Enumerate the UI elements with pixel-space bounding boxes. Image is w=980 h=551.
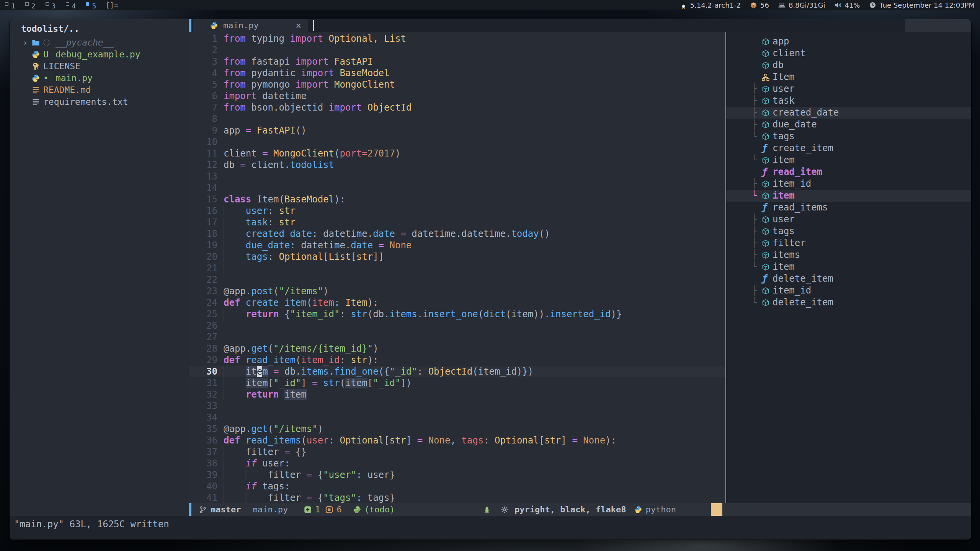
layout-symbol[interactable]: []=	[101, 1, 123, 9]
line-number: 1	[189, 33, 224, 44]
diff-added-icon	[304, 506, 312, 514]
code-token: from	[224, 79, 246, 90]
outline-item-user[interactable]: ├user	[726, 214, 971, 225]
line-number: 41	[189, 492, 224, 503]
outline-item-created_date[interactable]: ├created_date	[726, 107, 971, 119]
outline-item-create_item[interactable]: ƒcreate_item	[726, 142, 971, 154]
outline-item-item_id[interactable]: ├item_id	[726, 178, 971, 190]
code-token: ])	[400, 378, 412, 388]
file-tree-item-README.md[interactable]: README.md	[10, 84, 189, 96]
code-token: None	[428, 435, 451, 446]
line-text: ▏ created_date: datetime.date = datetime…	[224, 228, 550, 240]
workspace-3[interactable]: 3	[41, 1, 61, 11]
file-tree-item-__pycache__[interactable]: ›__pycache__	[10, 37, 189, 49]
code-token: )	[373, 343, 378, 354]
variable-icon	[762, 38, 773, 46]
code-token: "_id"	[373, 378, 400, 388]
outline-item-item[interactable]: └item	[726, 261, 971, 273]
line-text: import datetime	[224, 90, 307, 102]
code-token: "/items"	[279, 286, 323, 297]
close-icon[interactable]: ×	[296, 20, 301, 31]
outline-item-filter[interactable]: ├filter	[726, 237, 971, 249]
code-token: )	[323, 286, 328, 297]
code-token: return	[246, 309, 279, 320]
line-number: 7	[189, 102, 224, 113]
code-token: 27017	[368, 148, 395, 159]
treesitter-icon	[483, 506, 491, 514]
workspace-indicator	[5, 2, 8, 6]
workspace-2[interactable]: 2	[20, 1, 41, 11]
file-tree-item-main.py[interactable]: •main.py	[10, 72, 189, 84]
file-tree-item-requirements.txt[interactable]: requirements.txt	[10, 96, 189, 108]
outline-item-task[interactable]: ├task	[726, 95, 971, 107]
lines-icon	[32, 98, 43, 106]
code-token	[423, 435, 428, 446]
symbol-name: read_item	[773, 166, 822, 178]
outline-item-Item[interactable]: Item	[726, 71, 971, 83]
outline-item-read_item[interactable]: ƒread_item	[726, 166, 971, 178]
outline-item-due_date[interactable]: ├due_date	[726, 119, 971, 130]
code-token: : user}	[356, 469, 395, 480]
outline-item-item_id[interactable]: ├item_id	[726, 285, 971, 297]
symbol-name: item	[773, 154, 795, 166]
code-token: List	[379, 33, 406, 44]
code-token: m	[262, 366, 268, 377]
line-text: ▏ task: str	[224, 217, 296, 228]
outline-item-db[interactable]: db	[726, 59, 971, 71]
code-token: [	[384, 435, 389, 446]
code-token: ]	[406, 435, 417, 446]
variable-icon	[762, 62, 773, 69]
lsp-servers: pyright, black, flake8	[514, 505, 626, 514]
code-line-16: 16▏ user: str	[189, 205, 725, 217]
tab-main-py[interactable]: main.py ×	[193, 19, 308, 32]
symbol-name: item_id	[773, 285, 811, 297]
tab-label: main.py	[223, 21, 259, 30]
line-number: 23	[189, 285, 224, 297]
outline-item-tags[interactable]: ├tags	[726, 225, 971, 237]
outline-item-items[interactable]: ├items	[726, 249, 971, 261]
outline-item-user[interactable]: ├user	[726, 83, 971, 95]
cursor-block: e	[257, 366, 262, 377]
file-tree-root[interactable]: todolist/..	[10, 19, 189, 37]
outline-item-delete_item[interactable]: └delete_item	[726, 297, 971, 308]
code-token: get	[251, 343, 268, 354]
status-bar: 12345 []= 5.14.2-arch1-2 56 8.8Gi/31Gi 4…	[0, 0, 980, 10]
code-token: bson.objectid	[246, 102, 329, 113]
code-token: ):	[368, 355, 379, 365]
workspace-list: 12345	[0, 0, 101, 11]
code-token: =	[307, 492, 312, 503]
outline-item-app[interactable]: app	[726, 36, 971, 47]
variable-icon	[762, 156, 773, 164]
line-number: 5	[189, 79, 224, 90]
outline-item-tags[interactable]: └tags	[726, 130, 971, 142]
outline-item-client[interactable]: client	[726, 47, 971, 59]
code-token: ):	[605, 435, 616, 446]
code-token: [	[323, 251, 328, 262]
tree-connector: └	[751, 261, 762, 273]
workspace-1[interactable]: 1	[0, 1, 20, 11]
volume-status: 41%	[834, 1, 860, 9]
code-editor[interactable]: 1from typing import Optional, List23from…	[189, 32, 725, 503]
outline-item-read_items[interactable]: ƒread_items	[726, 202, 971, 214]
outline-item-delete_item[interactable]: ƒdelete_item	[726, 273, 971, 285]
workspace-5[interactable]: 5	[81, 1, 101, 11]
code-token: ({	[379, 366, 390, 377]
git-branch-icon	[199, 506, 207, 514]
code-token: BaseModel	[284, 194, 334, 205]
file-tree-item-LICENSE[interactable]: LICENSE	[10, 60, 189, 72]
command-line[interactable]: "main.py" 63L, 1625C written	[10, 516, 971, 540]
code-token: List	[329, 251, 351, 262]
line-number: 26	[189, 320, 224, 331]
code-token: pymongo	[246, 79, 296, 90]
tree-connector: ├	[751, 83, 762, 95]
code-line-27: 27	[189, 331, 725, 343]
tree-connector: ├	[751, 214, 762, 225]
git-branch[interactable]: master	[211, 505, 241, 514]
workspace-4[interactable]: 4	[61, 1, 81, 11]
outline-item-item[interactable]: └item	[726, 154, 971, 166]
file-tree-item-debug_example.py[interactable]: Udebug_example.py	[10, 49, 189, 60]
outline-item-item[interactable]: └item	[726, 190, 971, 202]
code-token: item	[284, 389, 307, 400]
code-token: str	[356, 251, 373, 262]
code-line-13: 13	[189, 171, 725, 182]
